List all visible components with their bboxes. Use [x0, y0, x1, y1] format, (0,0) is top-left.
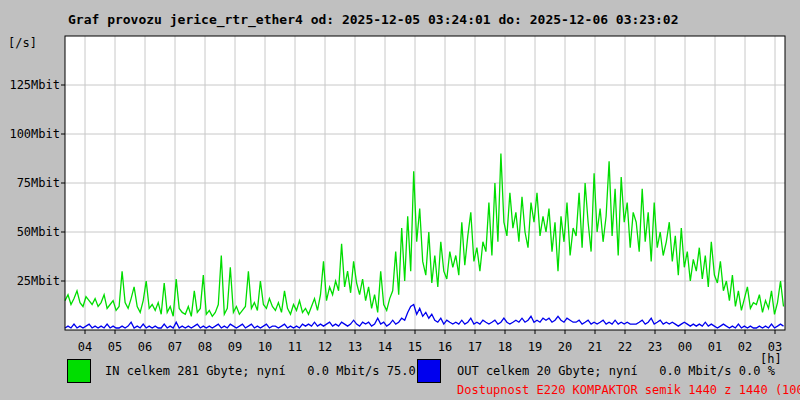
- legend-label-in: IN celkem 281 Gbyte; nyní 0.0 Mbit/s 75.…: [105, 364, 430, 378]
- legend-label-out: OUT celkem 20 Gbyte; nyní 0.0 Mbit/s 0.0…: [457, 364, 775, 378]
- x-tick-label: 07: [160, 341, 190, 353]
- x-tick-label: 12: [310, 341, 340, 353]
- x-tick-label: 16: [430, 341, 460, 353]
- x-tick-label: 19: [520, 341, 550, 353]
- x-tick-label: 01: [700, 341, 730, 353]
- x-tick-label: 23: [640, 341, 670, 353]
- x-tick-label: 17: [460, 341, 490, 353]
- x-tick-label: 08: [190, 341, 220, 353]
- x-tick-label: 04: [70, 341, 100, 353]
- x-tick-label: 14: [370, 341, 400, 353]
- y-tick-label: 100Mbit: [2, 128, 60, 140]
- x-tick-label: 02: [730, 341, 760, 353]
- legend-swatch-in: [67, 359, 91, 383]
- x-tick-label: 18: [490, 341, 520, 353]
- y-axis-unit: [/s]: [8, 36, 37, 50]
- legend-swatch-out: [417, 359, 441, 383]
- x-tick-label: 09: [220, 341, 250, 353]
- availability-status: Dostupnost E220 KOMPAKTOR semik 1440 z 1…: [457, 383, 800, 397]
- x-tick-label: 22: [610, 341, 640, 353]
- traffic-graph-page: Graf provozu jerice_rtr_ether4 od: 2025-…: [0, 0, 800, 400]
- x-tick-label: 20: [550, 341, 580, 353]
- y-tick-label: 25Mbit: [2, 275, 60, 287]
- y-tick-label: 75Mbit: [2, 177, 60, 189]
- y-tick-label: 50Mbit: [2, 226, 60, 238]
- x-tick-label: 10: [250, 341, 280, 353]
- x-tick-label: 00: [670, 341, 700, 353]
- x-tick-label: 13: [340, 341, 370, 353]
- x-tick-label: 11: [280, 341, 310, 353]
- x-tick-label: 15: [400, 341, 430, 353]
- x-tick-label: 05: [100, 341, 130, 353]
- y-tick-label: 125Mbit: [2, 79, 60, 91]
- x-tick-label: 06: [130, 341, 160, 353]
- x-tick-label: 21: [580, 341, 610, 353]
